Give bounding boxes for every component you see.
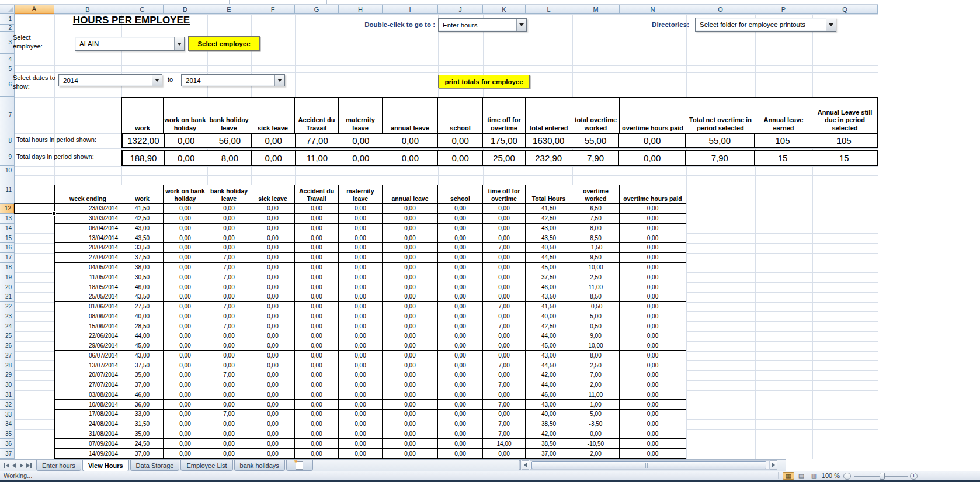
- cell[interactable]: 0,00: [438, 302, 483, 312]
- cell[interactable]: 44,00: [121, 331, 164, 341]
- cell[interactable]: 0,00: [207, 449, 251, 459]
- cell[interactable]: 0,00: [620, 400, 686, 410]
- cell[interactable]: 42,00: [526, 370, 572, 380]
- cell[interactable]: 45,00: [526, 341, 572, 351]
- row-header-1[interactable]: 1: [0, 14, 15, 25]
- cell[interactable]: 0,00: [207, 243, 251, 253]
- previous-sheet-icon[interactable]: [10, 461, 18, 470]
- totals-cell[interactable]: 15: [811, 151, 877, 165]
- row-header-14[interactable]: 14: [0, 224, 15, 234]
- sheet-tab-bank-holidays[interactable]: bank holidays: [234, 460, 285, 471]
- cell[interactable]: 43,50: [526, 292, 572, 302]
- cell[interactable]: 41,50: [121, 204, 164, 214]
- cell[interactable]: 5,00: [572, 311, 620, 321]
- cell[interactable]: 0,00: [339, 233, 383, 243]
- cell[interactable]: 0,00: [251, 360, 295, 370]
- cell[interactable]: 0,00: [207, 282, 251, 292]
- cell[interactable]: 31/08/2014: [54, 429, 121, 439]
- row-header-22[interactable]: 22: [0, 302, 15, 312]
- cell[interactable]: 0,00: [207, 214, 251, 224]
- row-header-5[interactable]: 5: [0, 65, 15, 72]
- cell[interactable]: 8,50: [572, 292, 620, 302]
- cell[interactable]: 0,00: [251, 253, 295, 263]
- cell[interactable]: 0,00: [483, 204, 526, 214]
- cell[interactable]: 0,00: [295, 214, 339, 224]
- cell[interactable]: 0,00: [251, 400, 295, 410]
- totals-cell[interactable]: 0,00: [438, 151, 483, 165]
- totals-cell[interactable]: 1630,00: [526, 134, 572, 147]
- cell[interactable]: 7,00: [207, 321, 251, 331]
- cell[interactable]: 0,00: [620, 253, 686, 263]
- cell[interactable]: 0,00: [295, 233, 339, 243]
- row-header-16[interactable]: 16: [0, 243, 15, 253]
- cell[interactable]: 38,50: [526, 419, 572, 429]
- cell[interactable]: 0,00: [207, 400, 251, 410]
- cell[interactable]: 0,00: [251, 302, 295, 312]
- cell[interactable]: 0,00: [251, 311, 295, 321]
- cell[interactable]: 42,50: [526, 214, 572, 224]
- cell[interactable]: 0,00: [620, 341, 686, 351]
- cell[interactable]: 0,00: [620, 429, 686, 439]
- tab-split-handle[interactable]: [519, 460, 521, 470]
- cell[interactable]: 0,00: [383, 370, 438, 380]
- cell[interactable]: -1,50: [572, 243, 620, 253]
- cell[interactable]: 0,00: [295, 321, 339, 331]
- cell[interactable]: 0,00: [339, 370, 383, 380]
- cell[interactable]: 0,00: [438, 292, 483, 302]
- cell[interactable]: 15/06/2014: [54, 321, 121, 331]
- cell[interactable]: 0,00: [483, 410, 526, 419]
- cell[interactable]: 0,00: [251, 263, 295, 273]
- cell[interactable]: 0,00: [207, 292, 251, 302]
- row-header-18[interactable]: 18: [0, 263, 15, 273]
- cell[interactable]: 30,50: [121, 272, 164, 282]
- cell[interactable]: 0,00: [207, 351, 251, 360]
- cell[interactable]: 0,00: [383, 253, 438, 263]
- cell[interactable]: 0,00: [207, 233, 251, 243]
- cell[interactable]: 0,00: [164, 282, 207, 292]
- row-header-23[interactable]: 23: [0, 311, 15, 321]
- cell[interactable]: 43,50: [121, 233, 164, 243]
- cell[interactable]: 0,00: [295, 449, 339, 459]
- totals-cell[interactable]: 25,00: [483, 151, 526, 165]
- totals-column-header[interactable]: maternity leave: [339, 97, 383, 133]
- insert-worksheet-tab[interactable]: [286, 460, 313, 471]
- cell[interactable]: 0,00: [164, 341, 207, 351]
- row-header-31[interactable]: 31: [0, 390, 15, 400]
- hscroll-left-icon[interactable]: [522, 460, 529, 470]
- cell[interactable]: 0,00: [620, 311, 686, 321]
- cell[interactable]: 7,00: [483, 380, 526, 390]
- date-from-dropdown[interactable]: 2014: [58, 74, 162, 86]
- row-header-30[interactable]: 30: [0, 380, 15, 390]
- row-header-15[interactable]: 15: [0, 233, 15, 243]
- cell[interactable]: 0,00: [383, 390, 438, 400]
- totals-column-header[interactable]: Accident du Travail: [295, 97, 339, 133]
- column-header-G[interactable]: G: [295, 5, 339, 14]
- weekly-column-header[interactable]: sick leave: [251, 185, 295, 204]
- sheet-tab-data-storage[interactable]: Data Storage: [130, 460, 180, 471]
- cell[interactable]: 0,00: [572, 429, 620, 439]
- cell[interactable]: 0,00: [164, 292, 207, 302]
- totals-cell[interactable]: 77,00: [296, 134, 339, 147]
- cell[interactable]: 0,00: [251, 419, 295, 429]
- cell[interactable]: 0,00: [383, 214, 438, 224]
- cell[interactable]: 7,00: [483, 400, 526, 410]
- cell[interactable]: 0,00: [483, 214, 526, 224]
- cell[interactable]: 0,00: [295, 390, 339, 400]
- cell[interactable]: 44,50: [526, 360, 572, 370]
- cell[interactable]: 0,00: [438, 214, 483, 224]
- row-header-17[interactable]: 17: [0, 253, 15, 263]
- horizontal-scrollbar-thumb[interactable]: [531, 461, 766, 469]
- cell[interactable]: 0,00: [295, 419, 339, 429]
- totals-cell[interactable]: 0,00: [438, 134, 483, 147]
- cell[interactable]: 0,00: [207, 311, 251, 321]
- totals-cell[interactable]: 0,00: [619, 151, 686, 165]
- cell[interactable]: 0,00: [438, 311, 483, 321]
- cell[interactable]: 14,00: [483, 439, 526, 449]
- cell[interactable]: 46,00: [526, 390, 572, 400]
- cell[interactable]: 0,00: [164, 214, 207, 224]
- cell[interactable]: 0,00: [339, 243, 383, 253]
- cell[interactable]: 0,00: [438, 272, 483, 282]
- chevron-down-icon[interactable]: [274, 75, 284, 86]
- row-header-37[interactable]: 37: [0, 449, 15, 459]
- totals-cell[interactable]: 0,00: [252, 134, 296, 147]
